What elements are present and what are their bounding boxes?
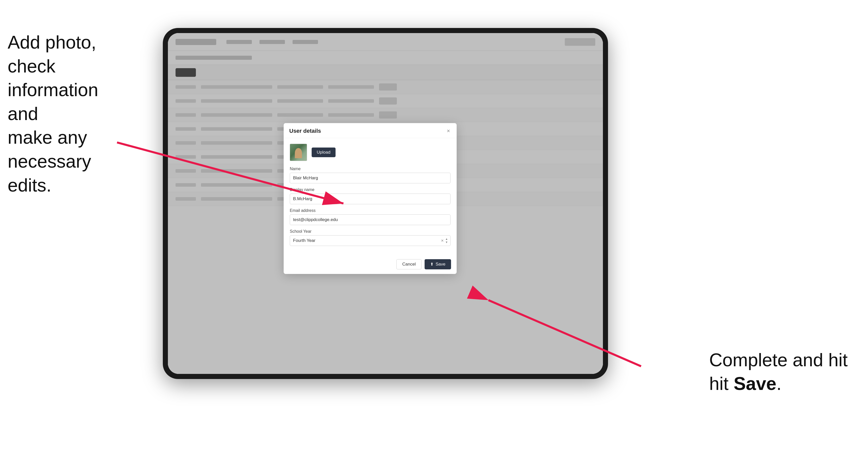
- tablet-screen: User details × Upload: [168, 33, 603, 374]
- photo-image: [290, 144, 307, 161]
- display-name-input[interactable]: [290, 193, 451, 204]
- school-year-input[interactable]: [290, 235, 451, 246]
- name-label: Name: [290, 166, 451, 171]
- left-annotation: Add photo, check information and make an…: [8, 31, 110, 197]
- user-details-modal: User details × Upload: [284, 123, 457, 274]
- modal-overlay: User details × Upload: [168, 33, 603, 374]
- email-label: Email address: [290, 208, 451, 213]
- modal-footer: Cancel ⬆ Save: [284, 256, 457, 274]
- modal-header: User details ×: [284, 123, 457, 138]
- name-field-group: Name: [290, 166, 451, 183]
- right-annotation-text2: hit Save.: [709, 373, 781, 394]
- tablet-device: User details × Upload: [163, 28, 608, 379]
- photo-thumbnail: [290, 144, 307, 161]
- app-background: User details × Upload: [168, 33, 603, 374]
- school-year-select-wrapper: × ▲ ▼: [290, 235, 451, 246]
- school-year-label: School Year: [290, 229, 451, 234]
- school-year-field-group: School Year × ▲ ▼: [290, 229, 451, 246]
- upload-photo-button[interactable]: Upload: [312, 148, 336, 157]
- email-input[interactable]: [290, 214, 451, 225]
- save-icon: ⬆: [430, 262, 433, 267]
- right-annotation-text: Complete and hit: [709, 350, 848, 370]
- save-button[interactable]: ⬆ Save: [425, 259, 451, 269]
- right-annotation: Complete and hit hit Save.: [709, 348, 848, 396]
- modal-body: Upload Name Display name: [284, 138, 457, 256]
- modal-title: User details: [289, 128, 321, 134]
- select-arrows: ▲ ▼: [445, 238, 448, 244]
- chevron-up-icon: ▲: [445, 238, 448, 240]
- display-name-label: Display name: [290, 187, 451, 192]
- email-field-group: Email address: [290, 208, 451, 225]
- photo-upload-row: Upload: [290, 144, 451, 161]
- cancel-button[interactable]: Cancel: [396, 259, 422, 269]
- modal-close-button[interactable]: ×: [446, 128, 451, 134]
- select-controls: × ▲ ▼: [441, 238, 448, 244]
- save-button-label: Save: [436, 262, 445, 267]
- chevron-down-icon: ▼: [445, 241, 448, 244]
- select-clear-icon[interactable]: ×: [441, 238, 444, 243]
- name-input[interactable]: [290, 173, 451, 183]
- display-name-field-group: Display name: [290, 187, 451, 204]
